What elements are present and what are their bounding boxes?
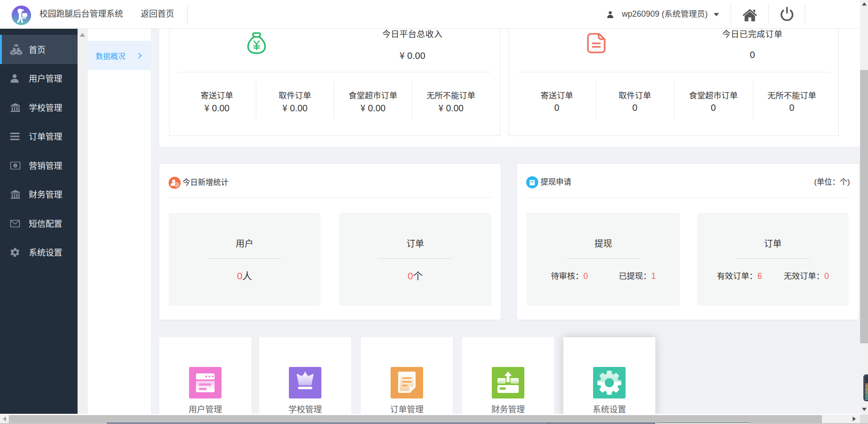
svg-text:0: 0 <box>14 163 17 167</box>
